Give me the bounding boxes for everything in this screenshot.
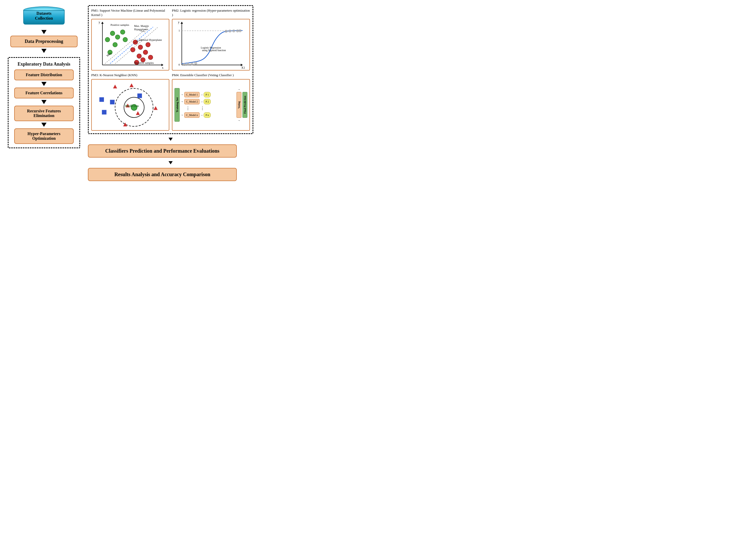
dataset-cylinder: Datasets Collection (23, 5, 65, 26)
dots-label: ⋮ ⋮ (186, 106, 204, 111)
pm4-diagram: Training Set → C_Model 1 → P 1 (172, 79, 250, 131)
svg-point-49 (190, 62, 194, 65)
svg-text:y: y (178, 20, 180, 24)
svg-point-17 (138, 45, 143, 50)
svg-marker-3 (101, 22, 104, 24)
cmodel2: C_Model 2 (184, 99, 199, 104)
eda-box: Exploratory Data Analysis Feature Distri… (8, 57, 80, 148)
training-set-label: Training Set (174, 88, 180, 122)
svg-point-12 (110, 31, 115, 36)
arrow-3 (41, 123, 47, 127)
arrow-to-classifiers (168, 138, 173, 141)
pm2-cell: PM2: Logistic regression (Hyper-paramete… (172, 9, 250, 71)
pm4-cell: PM4: Ensemble Classifier (Voting Classif… (172, 73, 250, 131)
svg-point-42 (225, 30, 228, 33)
hyper-params-box: Hyper-Parameters Optimization (14, 128, 74, 144)
svg-marker-2 (161, 64, 163, 66)
eda-title: Exploratory Data Analysis (18, 61, 70, 67)
knn-svg: Prediction (92, 80, 169, 130)
svg-point-46 (238, 29, 242, 32)
feature-correlations-box: Feature Correlations (14, 88, 74, 98)
arrow-2 (41, 100, 47, 104)
pm4-label: PM4: Ensemble Classifier (Voting Classif… (172, 73, 250, 77)
left-column: Datasets Collection Data Preprocessing E… (5, 5, 83, 181)
svg-point-20 (130, 48, 135, 52)
arrow-to-eda (41, 49, 47, 53)
svg-text:Positive samples: Positive samples (111, 23, 129, 26)
cmodelN: C_Model n (184, 112, 199, 118)
arrow-1 (41, 82, 47, 86)
final-prediction-label: Final Prediction (242, 92, 247, 118)
voting-label: Voting (236, 92, 241, 118)
p1: P 1 (204, 92, 211, 97)
pm1-diagram: x y (91, 19, 169, 71)
svg-point-47 (183, 63, 186, 66)
svm-svg: x y (92, 19, 169, 70)
svg-marker-63 (136, 111, 140, 115)
arrow-to-results (168, 161, 173, 164)
svg-point-15 (105, 37, 110, 42)
lr-svg: X1 y 1 0 (172, 19, 249, 70)
svg-marker-35 (241, 64, 243, 66)
svg-text:Prediction: Prediction (125, 104, 138, 108)
svg-rect-59 (99, 97, 104, 102)
pm3-cell: PM3: K-Nearest Neighbor (KNN) (91, 73, 169, 131)
pm2-diagram: X1 y 1 0 (172, 19, 250, 71)
svg-marker-55 (113, 84, 117, 88)
pm2-label: PM2: Logistic regression (Hyper-paramete… (172, 9, 250, 17)
pm1-cell: PM1: Support Vector Machine (Linear and … (91, 9, 169, 71)
svg-marker-36 (180, 22, 183, 24)
results-box: Results Analysis and Accuracy Comparison (88, 168, 237, 181)
svg-point-44 (232, 29, 235, 32)
p2: P 2 (204, 99, 211, 104)
svg-rect-61 (137, 94, 142, 98)
svg-point-10 (120, 30, 125, 34)
svg-text:Max. Margin: Max. Margin (134, 24, 149, 27)
svg-rect-60 (102, 110, 106, 114)
svg-point-21 (146, 42, 150, 47)
recursive-features-box: Recursive Features Elimination (14, 106, 74, 121)
pm1-label: PM1: Support Vector Machine (Linear and … (91, 9, 169, 17)
dataset-label: Datasets Collection (23, 11, 65, 21)
svg-text:using Sigmoid function: using Sigmoid function (202, 49, 226, 52)
svg-text:X1: X1 (241, 66, 245, 69)
svg-point-18 (143, 50, 148, 55)
svg-text:Hyperplanes: Hyperplanes (134, 28, 148, 31)
svg-point-13 (123, 37, 128, 42)
pm3-diagram: Prediction (91, 79, 169, 131)
svg-text:y: y (99, 20, 100, 24)
arrow-to-preprocessing (41, 30, 47, 34)
right-column: PM1: Support Vector Machine (Linear and … (88, 5, 253, 181)
svg-point-11 (113, 42, 117, 47)
pm3-label: PM3: K-Nearest Neighbor (KNN) (91, 73, 169, 77)
svg-marker-57 (153, 106, 158, 110)
svg-point-43 (228, 29, 231, 33)
feature-distribution-box: Feature Distribution (14, 69, 74, 80)
svg-point-19 (137, 54, 141, 58)
svg-text:1: 1 (179, 29, 180, 32)
pm-outer-box: PM1: Support Vector Machine (Linear and … (88, 5, 253, 134)
svg-rect-62 (110, 100, 115, 104)
pm-grid: PM1: Support Vector Machine (Linear and … (91, 9, 250, 131)
svg-point-23 (148, 55, 153, 60)
svg-text:0: 0 (179, 63, 180, 66)
svg-text:Optimal Hyperplane: Optimal Hyperplane (139, 38, 162, 41)
main-container: Datasets Collection Data Preprocessing E… (5, 5, 253, 181)
svg-text:Negative samples: Negative samples (134, 61, 154, 64)
svg-text:x: x (162, 66, 164, 69)
svg-text:Logistic Regression: Logistic Regression (201, 46, 221, 49)
ensemble-inner: Training Set → C_Model 1 → P 1 (174, 82, 247, 128)
data-preprocessing-box: Data Preprocessing (10, 36, 78, 47)
pN: P n (204, 112, 211, 118)
svg-point-48 (187, 63, 190, 66)
svg-marker-56 (129, 83, 134, 87)
svg-point-50 (194, 61, 197, 65)
svg-point-9 (115, 35, 120, 40)
classifiers-box: Classifiers Prediction and Performance E… (88, 144, 237, 158)
cmodel1: C_Model 1 (184, 92, 199, 97)
